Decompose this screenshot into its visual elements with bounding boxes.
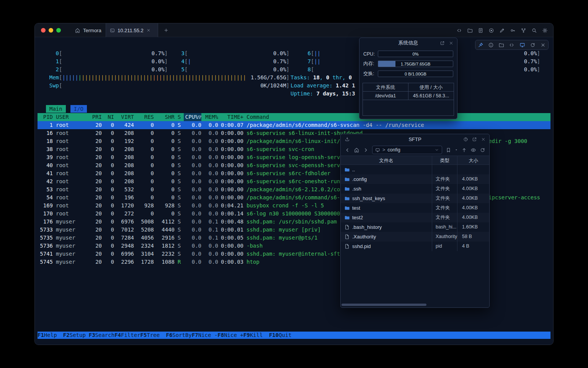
pencil-icon[interactable] — [499, 28, 505, 33]
tab-ssh-session[interactable]: 10.211.55.2 — [106, 23, 158, 37]
htop-view-tabs: MainI/O — [46, 105, 87, 113]
folder-icon — [344, 196, 350, 201]
folder-icon — [344, 205, 350, 211]
pin-icon[interactable] — [478, 42, 483, 48]
breadcrumb-path: config — [387, 147, 400, 153]
system-metrics: CPU:0%内存:1.75GB/7.65GB交换:0 B/1.00GB — [359, 51, 457, 77]
fnkey-sortby[interactable]: F6SortBy — [166, 332, 191, 339]
filesystem-table: 文件系统使用 / 大小/dev/vda145.61GB / 58.3... — [363, 83, 454, 116]
zoom-window-button[interactable] — [56, 28, 61, 33]
file-row[interactable]: sshd.pidpid4 B — [341, 242, 489, 251]
minimize-window-button[interactable] — [49, 28, 53, 33]
function-key-bar: F1HelpF2SetupF3SearchF4FilterF5TreeF6Sor… — [38, 332, 550, 339]
refresh-icon[interactable] — [480, 147, 485, 153]
system-info-title: 系统信息 — [399, 39, 418, 46]
folder-icon — [344, 167, 350, 172]
home-tab[interactable]: Termora — [70, 23, 106, 37]
fs-table-row[interactable]: /dev/vda145.61GB / 58.3... — [363, 92, 454, 100]
parent-dir-icon[interactable] — [461, 147, 467, 153]
memory-meter: Mem[||||||||||||||||||||||||||||||||||||… — [49, 74, 289, 82]
gear-icon[interactable] — [542, 28, 548, 33]
traffic-lights — [41, 28, 61, 33]
file-icon — [344, 243, 350, 249]
file-row[interactable]: .XauthorityXauthority58 B — [341, 232, 489, 242]
scrollbar-thumb[interactable] — [341, 304, 426, 306]
fnkey-setup[interactable]: F2Setup — [63, 332, 89, 339]
fnkey-quit[interactable]: F10Quit — [269, 332, 298, 339]
column-header-res[interactable]: RES — [134, 113, 154, 121]
help-icon[interactable] — [463, 137, 468, 142]
close-sftp-icon[interactable] — [481, 137, 486, 142]
htop-tab-main[interactable]: Main — [46, 105, 66, 113]
close-icon[interactable] — [540, 42, 546, 48]
column-header-pid[interactable]: PID — [38, 113, 53, 121]
folder-icon — [344, 215, 350, 220]
file-row[interactable]: .config文件夹4.00KB — [341, 174, 489, 184]
fnkey-help[interactable]: F1Help — [38, 332, 63, 339]
new-tab-button[interactable] — [160, 23, 172, 37]
open-sftp-window-icon[interactable] — [472, 137, 477, 142]
file-row[interactable]: test文件夹4.00KB — [341, 203, 489, 213]
fnkey-filter[interactable]: F4Filter — [114, 332, 140, 339]
column-header-mem[interactable]: MEM% — [201, 113, 218, 121]
file-row[interactable]: .bash_historybash_hi...1.60KB — [341, 222, 489, 232]
bookmark-icon[interactable] — [446, 147, 451, 153]
open-in-window-icon[interactable] — [440, 41, 445, 46]
metric-row: 内存:1.75GB/7.65GB — [359, 61, 457, 67]
htop-tab-i-o[interactable]: I/O — [70, 105, 87, 113]
close-panel-icon[interactable] — [449, 41, 454, 46]
file-row[interactable]: ssh_host_keys文件夹4.00KB — [341, 194, 489, 203]
cpu-meter-4: 4[|0.7%] — [175, 58, 289, 66]
column-header-user[interactable]: USER — [53, 113, 86, 121]
horizontal-scrollbar[interactable] — [341, 304, 488, 306]
fnkey-nice[interactable]: F7Nice - — [192, 332, 217, 339]
back-icon[interactable] — [345, 147, 350, 153]
file-column-header-1[interactable]: 类型 — [432, 156, 457, 164]
cpu-meter-0: 0[0.7%] — [49, 49, 168, 58]
record-icon[interactable] — [488, 28, 494, 33]
info-icon[interactable] — [488, 42, 494, 48]
file-row[interactable]: .. — [341, 165, 489, 174]
breadcrumb-separator: > — [382, 147, 385, 153]
column-header-virt[interactable]: VIRT — [114, 113, 134, 121]
monitor-icon[interactable] — [519, 42, 525, 48]
titlebar: Termora 10.211.55.2 — [35, 23, 553, 37]
refresh-icon[interactable] — [530, 42, 536, 48]
column-header-shr[interactable]: SHR — [154, 113, 175, 121]
process-row[interactable]: 1root20042400S0.00.00:00.07/package/admi… — [38, 121, 550, 129]
download-icon[interactable] — [345, 136, 350, 142]
terminal-icon — [110, 28, 115, 33]
key-icon[interactable] — [510, 28, 516, 33]
fnkey-kill[interactable]: F9Kill — [243, 332, 269, 339]
journal-icon[interactable] — [478, 28, 483, 33]
show-hidden-icon[interactable] — [470, 147, 476, 153]
chevron-down-icon[interactable] — [434, 148, 439, 152]
column-header-pri[interactable]: PRI — [86, 113, 102, 121]
close-window-button[interactable] — [41, 28, 46, 33]
bookmark-caret-icon[interactable] — [455, 148, 458, 151]
file-row[interactable]: .ssh文件夹4.00KB — [341, 184, 489, 194]
search-icon[interactable] — [531, 28, 537, 33]
fork-icon[interactable] — [521, 28, 526, 33]
forward-icon[interactable] — [363, 147, 369, 153]
column-header-s[interactable]: S — [175, 113, 184, 121]
fnkey-tree[interactable]: F5Tree — [140, 332, 166, 339]
file-column-header-0[interactable]: 文件名 — [341, 156, 432, 164]
fnkey-nice[interactable]: F8Nice + — [217, 332, 243, 339]
htop-summary-line: Tasks: 18, 0 thr, 0 — [291, 74, 352, 82]
file-column-header-2[interactable]: 大小 — [457, 156, 489, 164]
tab-close-icon[interactable] — [146, 28, 151, 33]
side-mini-toolbar — [475, 40, 549, 50]
column-header-cpu[interactable]: CPU%▽ — [184, 113, 201, 121]
fnkey-search[interactable]: F3Search — [89, 332, 114, 339]
column-header-time[interactable]: TIME+ — [218, 113, 243, 121]
file-row[interactable]: test2文件夹4.00KB — [341, 213, 489, 222]
folder-icon[interactable] — [467, 28, 473, 33]
code-icon[interactable] — [456, 28, 462, 33]
column-header-ni[interactable]: NI — [102, 113, 114, 121]
folder-icon[interactable] — [498, 42, 504, 48]
home-dir-icon[interactable] — [354, 147, 359, 153]
code-icon[interactable] — [509, 42, 514, 48]
path-breadcrumb[interactable]: > config — [372, 146, 442, 154]
sftp-panel: SFTP > config 文件名类型大小 . — [340, 134, 490, 308]
